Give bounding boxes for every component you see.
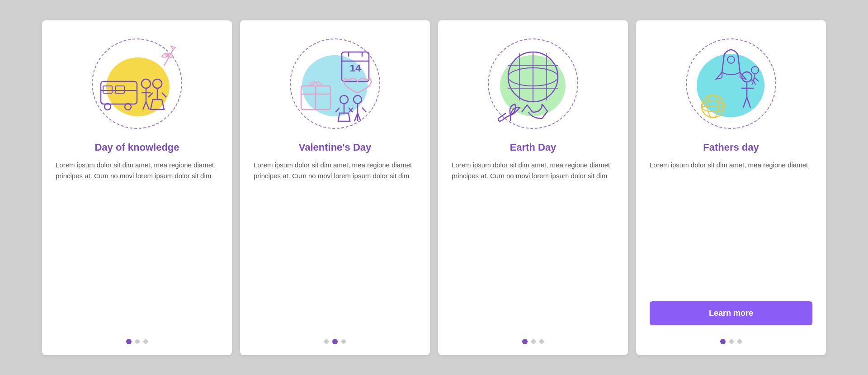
icon-circle-knowledge <box>92 38 182 129</box>
earth-icon <box>490 41 576 127</box>
card-text-earth: Lorem ipsum dolor sit dim amet, mea regi… <box>452 160 614 332</box>
dots-valentines <box>324 339 346 344</box>
svg-line-15 <box>162 93 166 97</box>
svg-rect-2 <box>115 86 124 93</box>
icon-circle-fathers <box>686 38 776 129</box>
card-fathers-day: Fathers day Lorem ipsum dolor sit dim am… <box>636 20 826 355</box>
learn-more-button[interactable]: Learn more <box>650 301 812 325</box>
dots-knowledge <box>126 339 148 344</box>
dot-2 <box>729 339 734 344</box>
dot-3 <box>143 339 148 344</box>
icon-area-valentines: 14 <box>285 34 385 133</box>
icon-circle-earth <box>488 38 578 129</box>
svg-line-50 <box>747 97 750 108</box>
svg-line-9 <box>143 102 146 109</box>
svg-point-52 <box>751 66 759 74</box>
dot-1 <box>720 339 726 344</box>
dot-3 <box>539 339 544 344</box>
svg-marker-13 <box>151 100 164 109</box>
svg-line-55 <box>755 78 759 81</box>
svg-point-32 <box>354 95 362 104</box>
card-text-knowledge: Lorem ipsum dolor sit dim amet, mea regi… <box>56 160 218 332</box>
fathers-icon <box>688 41 774 127</box>
svg-point-11 <box>153 79 162 88</box>
icon-area-earth <box>483 34 583 133</box>
svg-marker-29 <box>338 113 350 121</box>
card-text-valentines: Lorem ipsum dolor sit dim amet, mea regi… <box>254 160 416 332</box>
dot-3 <box>341 339 346 344</box>
svg-marker-18 <box>171 46 175 50</box>
card-title-knowledge: Day of knowledge <box>94 142 179 153</box>
svg-point-6 <box>142 79 151 88</box>
card-title-valentines: Valentine's Day <box>299 142 372 153</box>
valentines-icon: 14 <box>292 41 378 127</box>
icon-area-knowledge <box>87 34 187 133</box>
dot-2 <box>531 339 536 344</box>
icon-area-fathers <box>681 34 781 133</box>
dots-earth <box>522 339 544 344</box>
card-valentines-day: 14 <box>240 20 430 355</box>
card-title-earth: Earth Day <box>510 142 557 153</box>
svg-point-27 <box>340 95 348 104</box>
svg-line-37 <box>362 108 366 112</box>
card-earth-day: Earth Day Lorem ipsum dolor sit dim amet… <box>438 20 628 355</box>
card-day-of-knowledge: Day of knowledge Lorem ipsum dolor sit d… <box>42 20 232 355</box>
svg-text:14: 14 <box>350 62 361 74</box>
dot-1 <box>324 339 329 344</box>
dot-2 <box>135 339 140 344</box>
knowledge-icon <box>94 41 180 127</box>
svg-line-49 <box>743 97 747 108</box>
svg-point-47 <box>742 72 752 82</box>
dots-fathers <box>720 339 742 344</box>
card-text-fathers: Lorem ipsum dolor sit dim amet, mea regi… <box>650 160 812 297</box>
card-title-fathers: Fathers day <box>703 142 759 153</box>
cards-container: Day of knowledge Lorem ipsum dolor sit d… <box>24 7 844 369</box>
svg-point-46 <box>727 56 735 63</box>
svg-line-14 <box>148 93 153 97</box>
svg-line-30 <box>335 108 340 112</box>
svg-line-10 <box>146 102 149 109</box>
dot-1 <box>126 339 132 344</box>
icon-circle-valentines: 14 <box>290 38 380 129</box>
dot-2 <box>332 339 338 344</box>
dot-3 <box>737 339 742 344</box>
dot-1 <box>522 339 528 344</box>
svg-line-57 <box>754 81 755 85</box>
svg-rect-1 <box>103 86 112 93</box>
